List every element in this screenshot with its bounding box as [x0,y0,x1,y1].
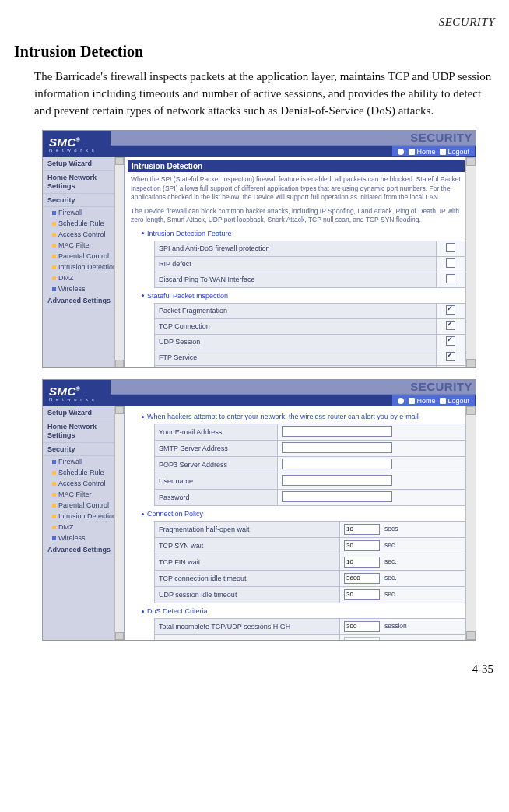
home-icon [409,398,415,404]
header-right: SECURITY Home Logout [111,131,476,157]
connection-policy-table: Fragmentation half-open wait10secs TCP S… [154,521,465,603]
section-link-dos[interactable]: DoS Detect Criteria [142,607,465,615]
sidebar-sub-schedule[interactable]: Schedule Rule [43,467,124,478]
sidebar-sub-mac[interactable]: MAC Filter [43,240,124,251]
smc-logo: SMC® N e t w o r k s [43,380,101,406]
section-link-connpolicy[interactable]: Connection Policy [142,510,465,518]
form-label: User name [155,473,278,490]
sidebar-sub-firewall[interactable]: Firewall [43,456,124,467]
checkbox-frag[interactable] [446,305,455,315]
sidebar-item-home-network[interactable]: Home Network Settings [43,420,124,443]
home-link[interactable]: Home [406,148,437,156]
logout-link[interactable]: Logout [437,148,472,156]
password-input[interactable] [282,491,392,502]
cfg-label: TFTP Service [155,365,437,367]
table-row: TCP FIN wait10sec. [155,554,465,571]
pol-label: Fragmentation half-open wait [155,522,340,538]
checkbox-ftp[interactable] [446,352,455,361]
dos-criteria-table: Total incomplete TCP/UDP sessions HIGH30… [154,618,465,640]
email-input[interactable] [282,426,392,437]
pol-value-cell: 10sec. [340,554,465,571]
home-link[interactable]: Home [406,397,437,405]
sidebar-sub-wireless[interactable]: Wireless [43,283,124,294]
form-input-cell [278,457,465,473]
table-row: TCP connection idle timeout3600sec. [155,571,465,587]
pol-value-cell: 10secs [340,522,465,538]
form-label: Your E-mail Address [155,424,278,441]
sidebar-sub-access[interactable]: Access Control [43,478,124,489]
section-link-spi[interactable]: Stateful Packet Inspection [142,292,465,300]
sidebar-sub-mac[interactable]: MAC Filter [43,489,124,500]
sidebar-item-security[interactable]: Security [43,194,124,208]
pol-label: TCP FIN wait [155,554,340,571]
main-scrollbar[interactable] [465,157,476,367]
sidebar-sub-firewall[interactable]: Firewall [43,207,124,218]
logout-link[interactable]: Logout [437,397,472,405]
cfg-check-cell [437,318,465,334]
spi-table: Packet Fragmentation TCP Connection UDP … [154,303,465,368]
tcp-idle-input[interactable]: 3600 [344,573,380,584]
sidebar-sub-dmz[interactable]: DMZ [43,272,124,283]
table-row: Your E-mail Address [155,424,465,441]
table-row: TFTP Service [155,365,465,367]
app-body: Setup Wizard Home Network Settings Secur… [43,406,476,640]
sidebar-sub-parental[interactable]: Parental Control [43,251,124,262]
sidebar-sub-dmz[interactable]: DMZ [43,522,124,533]
bullet-icon [52,460,56,464]
checkbox-ping[interactable] [446,274,455,283]
email-alert-note: When hackers attempt to enter your netwo… [142,413,465,420]
udp-idle-input[interactable]: 30 [344,589,380,600]
frag-wait-input[interactable]: 10 [344,524,380,535]
sidebar-sub-access[interactable]: Access Control [43,229,124,240]
form-input-cell [278,490,465,506]
panel-title: Intrusion Detection [128,160,465,172]
sidebar-scrollbar[interactable] [114,406,124,640]
sidebar-sub-parental[interactable]: Parental Control [43,500,124,511]
main-scrollbar[interactable] [465,406,476,640]
pop3-input[interactable] [282,459,392,469]
sidebar-sub-schedule[interactable]: Schedule Rule [43,218,124,229]
sidebar-sub-wireless[interactable]: Wireless [43,533,124,543]
sidebar-scrollbar[interactable] [114,157,124,367]
main-panel: Intrusion Detection When the SPI (Statef… [125,157,476,367]
home-icon [409,149,415,155]
dos-low-input[interactable] [344,637,380,640]
sidebar-item-advanced[interactable]: Advanced Settings [43,543,124,557]
bullet-icon [52,233,56,237]
sidebar-item-setup[interactable]: Setup Wizard [43,406,124,420]
checkbox-rip[interactable] [446,258,455,268]
bullet-icon [52,482,56,486]
running-header: SECURITY [14,16,495,29]
pol-value-cell: 300session [340,619,465,635]
sidebar: Setup Wizard Home Network Settings Secur… [43,406,125,640]
form-label: SMTP Server Address [155,441,278,457]
panel-description-1: When the SPI (Stateful Packet Inspection… [131,175,465,202]
syn-wait-input[interactable]: 30 [344,540,380,551]
idf-table: SPI and Anti-DoS firewall protection RIP… [154,241,465,288]
table-row: Total incomplete TCP/UDP sessions LOW [155,635,465,641]
section-link-idf[interactable]: Intrusion Detection Feature [142,230,465,237]
sidebar-item-setup[interactable]: Setup Wizard [43,157,124,171]
checkbox-spi[interactable] [446,243,455,252]
sidebar-item-security[interactable]: Security [43,443,124,457]
table-row: Fragmentation half-open wait10secs [155,522,465,538]
sidebar-sub-intrusion[interactable]: Intrusion Detection [43,262,124,272]
bullet-icon [52,222,56,226]
checkbox-udp[interactable] [446,336,455,346]
bullet-icon [52,255,56,258]
pol-label: Total incomplete TCP/UDP sessions LOW [155,635,340,641]
pol-label: TCP SYN wait [155,538,340,554]
sidebar-item-home-network[interactable]: Home Network Settings [43,171,124,194]
dos-high-input[interactable]: 300 [344,621,380,632]
globe-icon [395,149,406,155]
fin-wait-input[interactable]: 10 [344,557,380,568]
checkbox-tcp[interactable] [446,321,455,330]
sidebar-item-advanced[interactable]: Advanced Settings [43,294,124,308]
username-input[interactable] [282,475,392,486]
form-label: Password [155,490,278,506]
bullet-icon [52,211,56,215]
table-row: SMTP Server Address [155,441,465,457]
sidebar-sub-intrusion[interactable]: Intrusion Detection [43,511,124,522]
main-panel: When hackers attempt to enter your netwo… [125,406,476,640]
smtp-input[interactable] [282,442,392,453]
